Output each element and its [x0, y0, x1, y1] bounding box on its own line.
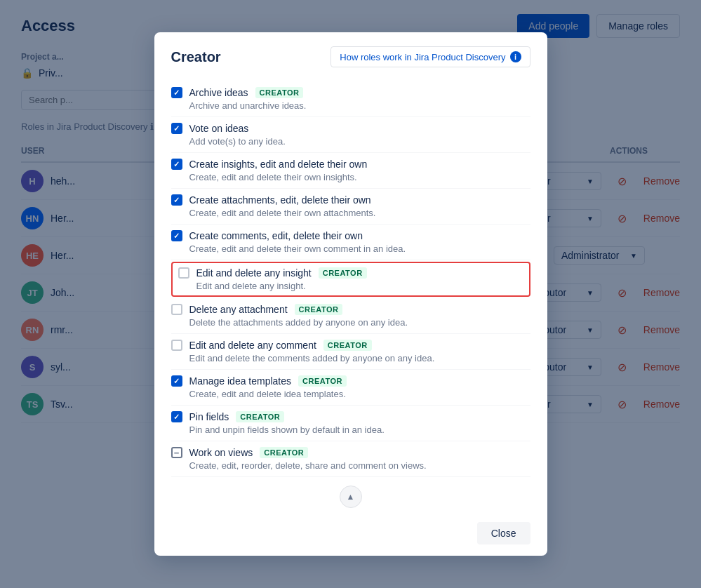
permission-checkbox[interactable] [171, 447, 182, 458]
permission-name: Manage idea templates [189, 375, 292, 387]
permission-row: Vote on ideas [171, 123, 530, 134]
permission-item-edit-delete-comment: Edit and delete any comment CREATOR Edit… [171, 334, 530, 370]
modal-body: Archive ideas CREATOR Archive and unarch… [154, 76, 547, 486]
permission-row: Create attachments, edit, delete their o… [171, 194, 530, 206]
creator-badge: CREATOR [323, 340, 372, 351]
permission-item-vote-on-ideas: Vote on ideas Add vote(s) to any idea. [171, 117, 530, 153]
permission-desc: Edit and delete any insight. [196, 281, 523, 291]
close-button[interactable]: Close [477, 522, 530, 544]
permission-checkbox[interactable] [171, 194, 182, 206]
permission-item-pin-fields: Pin fields CREATOR Pin and unpin fields … [171, 406, 530, 441]
scroll-top-button[interactable]: ▲ [340, 486, 362, 508]
permission-checkbox[interactable] [171, 375, 182, 387]
permission-checkbox[interactable] [171, 230, 182, 241]
creator-badge: CREATOR [295, 304, 343, 315]
permission-checkbox[interactable] [171, 123, 182, 134]
permission-desc: Create, edit, reorder, delete, share and… [189, 460, 530, 471]
permission-desc: Create, edit and delete their own insigh… [189, 172, 530, 182]
creator-badge: CREATOR [260, 447, 308, 458]
permission-name: Edit and delete any comment [189, 340, 316, 351]
how-roles-label: How roles work in Jira Product Discovery [340, 52, 505, 62]
permission-name: Work on views [189, 447, 253, 458]
permission-checkbox[interactable] [178, 267, 189, 279]
creator-badge: CREATOR [255, 87, 304, 98]
creator-modal: Creator How roles work in Jira Product D… [154, 32, 547, 556]
how-roles-work-button[interactable]: How roles work in Jira Product Discovery… [331, 46, 530, 67]
modal-overlay: Creator How roles work in Jira Product D… [0, 0, 701, 588]
permission-desc: Archive and unarchive ideas. [189, 100, 530, 111]
permission-desc: Delete the attachments added by anyone o… [189, 317, 530, 328]
permission-row: Edit and delete any comment CREATOR [171, 340, 530, 351]
permission-item-create-insights: Create insights, edit and delete their o… [171, 153, 530, 189]
modal-footer: Close [154, 514, 547, 556]
permission-item-create-attachments: Create attachments, edit, delete their o… [171, 189, 530, 225]
permission-name: Delete any attachment [189, 304, 288, 315]
permission-item-delete-attachment: Delete any attachment CREATOR Delete the… [171, 298, 530, 334]
permission-row: Create insights, edit and delete their o… [171, 159, 530, 170]
permission-row: Manage idea templates CREATOR [171, 375, 530, 387]
permission-checkbox[interactable] [171, 340, 182, 351]
modal-header: Creator How roles work in Jira Product D… [154, 32, 547, 76]
creator-badge: CREATOR [298, 375, 347, 387]
permission-name: Pin fields [189, 411, 229, 422]
modal-title: Creator [171, 49, 221, 65]
permission-item-work-on-views: Work on views CREATOR Create, edit, reor… [171, 441, 530, 477]
permission-row: Archive ideas CREATOR [171, 87, 530, 98]
permission-item-edit-delete-insight: Edit and delete any insight CREATOR Edit… [171, 262, 530, 297]
permission-desc: Create, edit and delete their own attach… [189, 208, 530, 218]
permission-item-archive-ideas: Archive ideas CREATOR Archive and unarch… [171, 81, 530, 117]
permission-checkbox[interactable] [171, 411, 182, 422]
permission-name: Vote on ideas [189, 123, 249, 134]
permission-checkbox[interactable] [171, 304, 182, 315]
permission-row: Work on views CREATOR [171, 447, 530, 458]
creator-badge: CREATOR [319, 267, 367, 279]
creator-badge: CREATOR [236, 411, 284, 422]
permission-desc: Edit and delete the comments added by an… [189, 353, 530, 363]
permission-name: Create insights, edit and delete their o… [189, 159, 368, 170]
permission-checkbox[interactable] [171, 87, 182, 98]
permission-name: Edit and delete any insight [196, 267, 312, 279]
permission-desc: Pin and unpin fields shown by default in… [189, 425, 530, 435]
permission-item-manage-templates: Manage idea templates CREATOR Create, ed… [171, 370, 530, 406]
permission-desc: Add vote(s) to any idea. [189, 136, 530, 147]
permission-name: Create comments, edit, delete their own [189, 230, 363, 241]
permission-row: Edit and delete any insight CREATOR [178, 267, 523, 279]
info-circle-icon: i [510, 51, 521, 62]
scroll-footer: ▲ [154, 486, 547, 514]
permission-name: Create attachments, edit, delete their o… [189, 194, 371, 206]
permission-checkbox[interactable] [171, 159, 182, 170]
permission-name: Archive ideas [189, 87, 248, 98]
permission-row: Create comments, edit, delete their own [171, 230, 530, 241]
permission-desc: Create, edit and delete idea templates. [189, 389, 530, 399]
permission-row: Delete any attachment CREATOR [171, 304, 530, 315]
permission-desc: Create, edit and delete their own commen… [189, 243, 530, 254]
permission-row: Pin fields CREATOR [171, 411, 530, 422]
permission-item-create-comments: Create comments, edit, delete their own … [171, 225, 530, 260]
